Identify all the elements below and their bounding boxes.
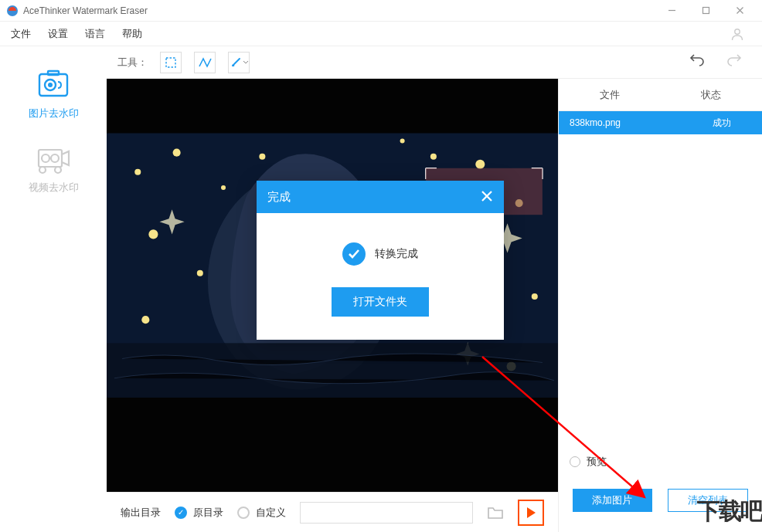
sidebar-item-video[interactable]: 视频去水印: [29, 144, 79, 195]
dialog-message: 转换完成: [342, 242, 418, 266]
output-row: 输出目录 原目录 自定义: [107, 492, 558, 532]
undo-icon: [689, 54, 705, 66]
svg-point-5: [48, 83, 53, 87]
svg-point-20: [141, 316, 149, 324]
svg-point-21: [475, 160, 485, 169]
radio-original-dir[interactable]: 原目录: [175, 506, 223, 520]
close-icon: [481, 190, 493, 202]
menu-file[interactable]: 文件: [11, 27, 31, 41]
toolbar: 工具：: [107, 46, 762, 79]
titlebar: AceThinker Watermark Eraser: [0, 0, 762, 22]
menubar-left: 文件 设置 语言 帮助: [11, 27, 142, 41]
tool-marquee[interactable]: [160, 52, 182, 73]
radio-unchecked-icon: [237, 507, 250, 519]
output-dir-label: 输出目录: [121, 506, 161, 520]
sidebar-item-image[interactable]: 图片去水印: [29, 69, 79, 120]
svg-point-27: [430, 154, 437, 160]
site-watermark: 下载吧: [697, 496, 762, 527]
radio-custom-dir[interactable]: 自定义: [237, 506, 286, 520]
file-status: 成功: [682, 117, 762, 130]
radio-checked-icon: [175, 507, 187, 519]
marquee-icon: [165, 56, 177, 69]
maximize-button[interactable]: [689, 2, 722, 20]
preview-radio-icon: [570, 456, 580, 467]
window-controls: [655, 2, 756, 20]
file-list-area: [559, 134, 762, 447]
col-file: 文件: [559, 79, 661, 110]
svg-point-17: [221, 185, 226, 190]
svg-point-11: [51, 154, 59, 162]
close-button[interactable]: [723, 2, 756, 20]
redo-icon: [726, 54, 742, 66]
menu-help[interactable]: 帮助: [122, 27, 142, 41]
svg-point-15: [134, 169, 141, 175]
svg-point-24: [532, 293, 538, 300]
tool-polygon[interactable]: [194, 52, 216, 73]
dialog-header: 完成: [257, 181, 504, 213]
svg-rect-33: [107, 343, 558, 397]
video-eraser-icon: [35, 144, 72, 175]
svg-point-16: [173, 149, 181, 157]
app-logo-icon: [6, 5, 19, 17]
chevron-down-icon: [243, 61, 248, 64]
undo-button[interactable]: [689, 54, 714, 70]
browse-folder-button[interactable]: [487, 506, 504, 520]
start-button[interactable]: [518, 500, 544, 526]
svg-point-8: [39, 167, 46, 173]
file-row[interactable]: 838kmo.png 成功: [559, 111, 762, 134]
image-eraser-icon: [35, 69, 72, 100]
svg-rect-3: [39, 74, 67, 96]
svg-rect-1: [702, 8, 709, 14]
sidebar: 图片去水印 视频去水印: [0, 46, 107, 532]
svg-rect-12: [166, 58, 175, 67]
preview-label: 预览: [587, 455, 607, 469]
tool-label: 工具：: [117, 56, 148, 69]
preview-toggle[interactable]: 预览: [559, 447, 762, 476]
dialog-message-text: 转换完成: [375, 247, 418, 261]
app-title: AceThinker Watermark Eraser: [23, 5, 148, 16]
check-circle-icon: [342, 242, 366, 266]
sidebar-video-label: 视频去水印: [29, 181, 79, 195]
complete-dialog: 完成 转换完成 打开文件夹: [257, 181, 504, 340]
brush-icon: [230, 56, 242, 69]
radio-original-label: 原目录: [193, 506, 223, 520]
svg-point-2: [735, 29, 740, 33]
menu-language[interactable]: 语言: [85, 27, 105, 41]
panel-header: 文件 状态: [559, 79, 762, 111]
titlebar-left: AceThinker Watermark Eraser: [6, 5, 148, 17]
open-folder-button[interactable]: 打开文件夹: [332, 287, 429, 317]
col-status: 状态: [661, 79, 763, 110]
polygon-icon: [198, 56, 212, 69]
svg-point-9: [55, 167, 61, 173]
radio-custom-label: 自定义: [256, 506, 286, 520]
svg-point-10: [42, 154, 49, 162]
add-image-button[interactable]: 添加图片: [573, 489, 652, 512]
right-panel: 文件 状态 838kmo.png 成功 预览 添加图片 清空列表: [558, 79, 762, 532]
svg-point-28: [400, 139, 405, 144]
file-name: 838kmo.png: [559, 117, 682, 128]
svg-rect-6: [48, 71, 59, 75]
minimize-button[interactable]: [655, 2, 688, 20]
dialog-close-button[interactable]: [481, 188, 493, 206]
dialog-title: 完成: [267, 190, 291, 205]
menu-settings[interactable]: 设置: [48, 27, 68, 41]
output-path-input[interactable]: [300, 502, 473, 524]
menubar: 文件 设置 语言 帮助: [0, 22, 762, 46]
play-icon: [526, 507, 536, 519]
tool-brush[interactable]: [228, 52, 250, 73]
user-icon[interactable]: [730, 26, 745, 42]
svg-point-19: [197, 270, 203, 276]
svg-point-29: [259, 154, 265, 160]
sidebar-image-label: 图片去水印: [29, 107, 79, 120]
redo-button[interactable]: [726, 54, 751, 70]
svg-point-18: [148, 229, 158, 239]
dialog-body: 转换完成 打开文件夹: [257, 213, 504, 340]
